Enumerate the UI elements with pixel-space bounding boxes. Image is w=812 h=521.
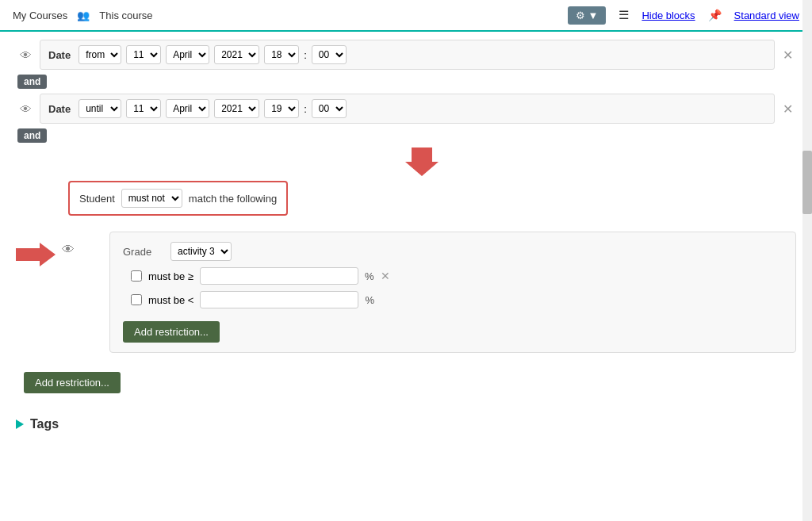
grade-section-container: 👁 Grade activity 3 activity 1 activity 2…	[16, 232, 796, 361]
eye-icon-grade[interactable]: 👁	[62, 243, 75, 257]
right-arrow-container	[16, 243, 56, 266]
date-direction-select-2[interactable]: until from	[79, 99, 121, 118]
student-must-not-box: Student must not must match the followin…	[68, 181, 288, 216]
tags-expand-icon[interactable]	[16, 419, 24, 429]
grade-section: Grade activity 3 activity 1 activity 2 m…	[109, 232, 796, 353]
date-minute-select-2[interactable]: 00	[312, 99, 347, 118]
date-row-1: Date from until 11 April 2021 18 : 00	[40, 40, 775, 70]
date-direction-select-1[interactable]: from until	[79, 45, 121, 64]
pin-icon: 📌	[708, 9, 722, 21]
date-year-select-2[interactable]: 2021	[214, 99, 259, 118]
date-month-select-2[interactable]: April	[166, 99, 209, 118]
delete-gte-button[interactable]: ✕	[381, 270, 390, 282]
hide-blocks-icon: ☰	[619, 8, 629, 22]
must-be-lt-input[interactable]	[200, 291, 358, 308]
must-be-gte-row: must be ≥ % ✕	[123, 267, 783, 285]
match-label: match the following	[189, 193, 277, 205]
must-be-lt-label: must be <	[148, 294, 193, 306]
must-not-select[interactable]: must not must	[121, 189, 182, 208]
add-restriction-outer-container: Add restriction...	[16, 372, 796, 393]
arrow-down-icon	[405, 147, 439, 176]
and-badge-row-1: and	[16, 75, 796, 89]
eye-icon-1[interactable]: 👁	[16, 48, 35, 62]
must-be-gte-checkbox[interactable]	[131, 270, 142, 282]
date-day-select-1[interactable]: 11	[126, 45, 161, 64]
svg-marker-1	[16, 243, 56, 266]
gear-icon: ⚙	[576, 10, 585, 21]
date-month-select-1[interactable]: April	[166, 45, 209, 64]
grade-label: Grade	[123, 246, 163, 258]
activity-select[interactable]: activity 3 activity 1 activity 2	[170, 242, 232, 261]
hide-blocks-link[interactable]: Hide blocks	[642, 10, 695, 21]
date-condition-row-1: 👁 Date from until 11 April 2021 18 : 00	[16, 40, 796, 70]
date-minute-select-1[interactable]: 00	[312, 45, 347, 64]
svg-marker-0	[405, 147, 439, 176]
main-content: 👁 Date from until 11 April 2021 18 : 00	[0, 32, 812, 521]
and-badge-row-2: and	[16, 128, 796, 143]
date-day-select-2[interactable]: 11	[126, 99, 161, 118]
scrollbar-thumb[interactable]	[802, 151, 812, 214]
eye-icon-2[interactable]: 👁	[16, 102, 35, 116]
must-be-gte-input[interactable]	[200, 267, 358, 285]
date-label-1: Date	[48, 49, 71, 61]
date-condition-row-2: 👁 Date until from 11 April 2021 19 : 00	[16, 94, 796, 124]
gear-button[interactable]: ⚙ ▼	[568, 6, 607, 25]
time-separator-2: :	[304, 103, 307, 115]
my-courses-link[interactable]: My Courses	[13, 10, 67, 21]
must-be-gte-label: must be ≥	[148, 270, 193, 282]
grade-row: Grade activity 3 activity 1 activity 2	[123, 242, 783, 261]
close-date-row-2[interactable]: ✕	[779, 102, 796, 117]
arrow-right-icon	[16, 243, 56, 266]
top-navigation: My Courses 👥 This course ⚙ ▼ ☰ Hide bloc…	[0, 0, 812, 32]
add-restriction-outer-button[interactable]: Add restriction...	[24, 372, 121, 393]
must-be-lt-checkbox[interactable]	[131, 294, 142, 305]
date-hour-select-2[interactable]: 19	[264, 99, 299, 118]
add-restriction-inner-button[interactable]: Add restriction...	[123, 321, 220, 343]
breadcrumb: My Courses 👥 This course	[13, 10, 153, 21]
student-condition-container: Student must not must match the followin…	[40, 181, 796, 224]
down-arrow-container	[48, 147, 796, 176]
must-be-gte-percent: %	[365, 270, 374, 282]
standard-view-link[interactable]: Standard view	[734, 10, 799, 21]
date-year-select-1[interactable]: 2021	[214, 45, 259, 64]
tags-label: Tags	[30, 417, 59, 431]
must-be-lt-percent: %	[365, 294, 374, 306]
breadcrumb-separator: 👥	[77, 10, 90, 21]
must-be-lt-row: must be < %	[123, 291, 783, 308]
page-scrollbar[interactable]	[802, 0, 812, 521]
close-date-row-1[interactable]: ✕	[779, 48, 796, 63]
gear-dropdown-arrow: ▼	[588, 10, 599, 21]
date-row-2: Date until from 11 April 2021 19 : 00	[40, 94, 775, 124]
this-course-link[interactable]: This course	[99, 10, 152, 21]
date-label-2: Date	[48, 103, 71, 115]
and-badge-1: and	[17, 75, 47, 89]
date-hour-select-1[interactable]: 18	[264, 45, 299, 64]
and-badge-2: and	[17, 128, 47, 143]
tags-section: Tags	[16, 417, 796, 431]
time-separator-1: :	[304, 49, 307, 61]
nav-actions: ⚙ ▼ ☰ Hide blocks 📌 Standard view	[568, 6, 799, 25]
student-text: Student	[79, 193, 115, 205]
